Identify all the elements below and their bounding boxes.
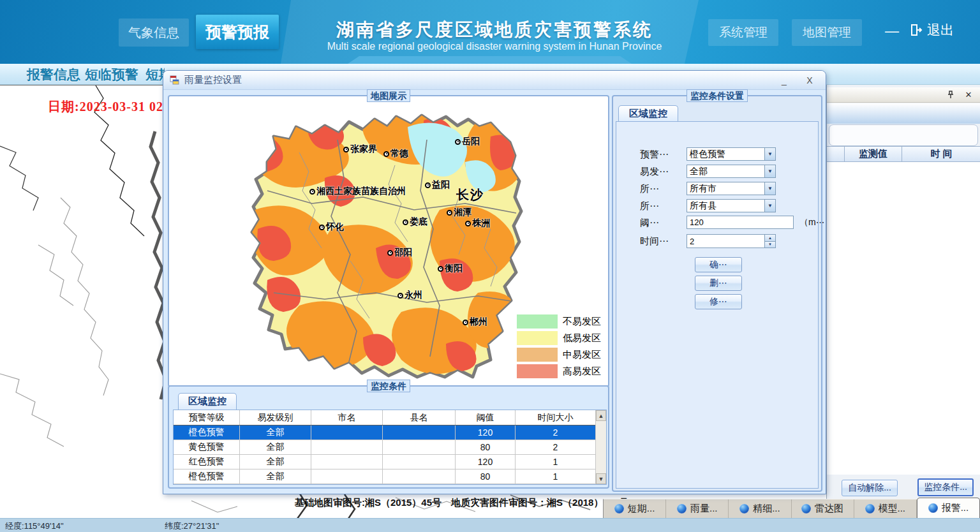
globe-icon [801, 504, 811, 514]
county-select[interactable]: 所有县 ▼ [687, 199, 776, 212]
taskbar-tab-rainfall[interactable]: 雨量... [666, 499, 729, 518]
pin-icon[interactable] [946, 91, 955, 100]
chevron-down-icon[interactable]: ▼ [764, 165, 775, 177]
legend-row: 低易发区 [517, 330, 604, 346]
dialog-titlebar[interactable]: 雨量监控设置 _ X [163, 71, 826, 90]
exit-label: 退出 [927, 21, 954, 39]
spinner-up-icon[interactable]: ▲ [765, 235, 775, 242]
globe-icon [928, 503, 938, 513]
city-label: 湘潭 [447, 207, 471, 218]
spinner-down-icon[interactable]: ▼ [765, 242, 775, 248]
app-title: 湖南省多尺度区域地质灾害预警系统 [290, 18, 699, 42]
subnav-item-short-term[interactable]: 短期 [145, 66, 165, 84]
city-label: 张家界 [343, 144, 377, 155]
legend-swatch [517, 348, 558, 362]
dock-column-time: 时 间 [902, 147, 980, 161]
chevron-down-icon[interactable]: ▼ [764, 148, 775, 160]
monitor-settings-groupbox: 区域监控 预警⋯ 橙色预警 ▼ 易发⋯ 全部 ▼ 所⋯ 所有市 ▼ 所⋯ 所有县… [612, 95, 822, 492]
dock-filter-box[interactable] [829, 124, 978, 146]
time-size-label: 时间⋯ [640, 235, 669, 248]
conditions-table-header: 预警等级 易发级别 市名 县名 阈值 时间大小 [174, 410, 595, 425]
hazard-map-canvas[interactable]: 张家界 常德 岳阳 益阳 长沙 湘西土家族苗族自治州 怀化 娄底 湘潭 株洲 邵… [172, 101, 605, 382]
taskbar-tab-alarm[interactable]: 报警... [917, 498, 980, 518]
bottom-taskbar: 短期... 雨量... 精细... 雷达图 模型... 报警... [603, 499, 980, 518]
taskbar-tab-label: 雷达图 [815, 503, 843, 515]
city-label: 郴州 [463, 316, 487, 328]
city-marker-icon [319, 225, 325, 230]
app-window: 气象信息 预警预报 湖南省多尺度区域地质灾害预警系统 Multi scale r… [0, 0, 980, 532]
legend-row: 不易发区 [517, 313, 604, 330]
city-label: 岳阳 [455, 136, 480, 147]
header-notch [348, 56, 632, 64]
delete-button[interactable]: 删⋯ [695, 276, 742, 291]
taskbar-tab-radar[interactable]: 雷达图 [792, 499, 854, 518]
chevron-down-icon[interactable]: ▼ [764, 200, 775, 212]
city-label: 常德 [383, 148, 408, 159]
chevron-down-icon[interactable]: ▼ [764, 182, 775, 195]
taskbar-tab-label: 雨量... [690, 503, 718, 515]
coordinate-status-bar: 经度:115°49'14" 纬度:27°21'31" [0, 518, 980, 532]
dock-close-icon[interactable]: ✕ [964, 91, 973, 100]
tab-region-monitor-settings[interactable]: 区域监控 [618, 105, 678, 122]
susceptibility-select[interactable]: 全部 ▼ [687, 165, 776, 178]
monitor-group-title: 监控条件 [367, 380, 410, 392]
header-tab-warning-forecast[interactable]: 预警预报 [196, 15, 279, 49]
modify-button[interactable]: 修⋯ [695, 294, 742, 309]
threshold-unit-label: （m⋯ [799, 217, 825, 228]
auto-release-button[interactable]: 自动解除... [842, 480, 898, 496]
city-select[interactable]: 所有市 ▼ [687, 182, 776, 195]
table-row[interactable]: 橙色预警 全部 120 2 [174, 425, 595, 440]
city-label: 湘西土家族苗族自治州 [309, 186, 406, 197]
taskbar-tab-short-term[interactable]: 短期... [604, 499, 666, 518]
dock-table-body[interactable] [827, 162, 980, 475]
city-label: 益阳 [425, 179, 450, 191]
taskbar-tab-fine[interactable]: 精细... [729, 499, 791, 518]
exit-door-icon [909, 23, 923, 37]
map-group-title: 地图展示 [367, 89, 410, 102]
table-row[interactable]: 橙色预警 全部 80 1 [174, 469, 595, 484]
dock-column-spacer [827, 147, 844, 161]
scroll-up-icon[interactable]: ▲ [596, 410, 606, 421]
dialog-close-button[interactable]: X [805, 75, 814, 85]
taskbar-tab-label: 报警... [942, 502, 969, 514]
exit-button[interactable]: 退出 [909, 20, 954, 40]
warning-level-select[interactable]: 橙色预警 ▼ [687, 147, 776, 161]
alarm-dock-panel: ✕ 监测值 时 间 自动解除... 监控条件... [826, 85, 980, 518]
threshold-input[interactable]: 120 [687, 216, 794, 229]
monitor-condition-button[interactable]: 监控条件... [917, 478, 974, 496]
city-marker-icon [447, 210, 452, 216]
table-scrollbar[interactable]: ▲ ▼ [595, 410, 606, 484]
settings-group-title: 监控条件设置 [687, 89, 748, 102]
header-tab-system-management[interactable]: 系统管理 [708, 19, 778, 46]
taskbar-tab-model[interactable]: 模型... [854, 499, 917, 518]
latitude-readout: 纬度:27°21'31" [165, 521, 219, 532]
taskbar-tab-label: 短期... [628, 503, 655, 515]
header-tab-map-management[interactable]: 地图管理 [792, 19, 862, 46]
globe-icon [739, 504, 749, 514]
tab-region-monitor[interactable]: 区域监控 [178, 393, 237, 410]
table-row[interactable]: 红色预警 全部 120 1 [174, 455, 595, 469]
city-marker-icon [425, 182, 431, 188]
city-label-field: 所⋯ [640, 183, 659, 195]
longitude-readout: 经度:115°49'14" [5, 521, 64, 532]
map-display-groupbox: 张家界 常德 岳阳 益阳 长沙 湘西土家族苗族自治州 怀化 娄底 湘潭 株洲 邵… [168, 95, 609, 387]
subnav-item-nowcast-warning[interactable]: 短临预警 [85, 66, 138, 84]
table-row[interactable]: 黄色预警 全部 80 2 [174, 440, 595, 455]
dialog-minimize-button[interactable]: _ [780, 75, 789, 85]
subnav-item-alarm-info[interactable]: 报警信息 [27, 66, 80, 84]
legend-swatch [517, 364, 558, 378]
taskbar-tab-label: 模型... [879, 503, 906, 515]
header-tab-weather[interactable]: 气象信息 [119, 18, 189, 47]
city-marker-icon [465, 221, 471, 226]
rainfall-monitor-settings-dialog: 雨量监控设置 _ X [163, 70, 826, 494]
window-minimize-button[interactable]: — [884, 23, 900, 40]
legend-swatch [517, 331, 558, 345]
scroll-down-icon[interactable]: ▼ [596, 473, 606, 484]
confirm-button[interactable]: 确⋯ [695, 257, 742, 272]
dock-panel-titlebar: ✕ [827, 87, 980, 103]
city-label: 永州 [397, 290, 422, 301]
city-marker-icon [463, 320, 468, 325]
city-marker-icon [343, 147, 349, 152]
time-size-stepper[interactable]: 2 ▲▼ [687, 234, 776, 248]
legend-row: 高易发区 [517, 363, 604, 380]
